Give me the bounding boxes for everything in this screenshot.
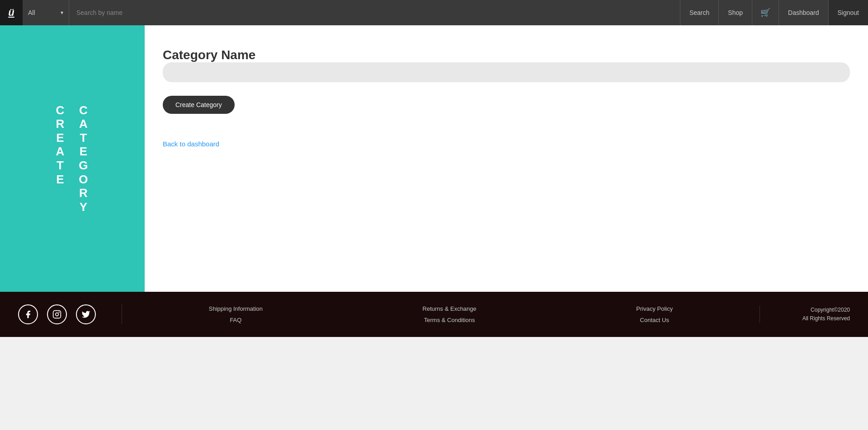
header: ü AllProductsCategoriesUsers ▾ Search Sh… [0, 0, 868, 25]
twitter-icon[interactable] [76, 304, 96, 324]
sidebar-word-category: C A T E G O R Y [79, 104, 89, 214]
sidebar-letter: R [79, 187, 89, 200]
sidebar-letter: T [80, 131, 88, 145]
back-to-dashboard-link[interactable]: Back to dashboard [163, 140, 219, 148]
sidebar-letter: C [56, 104, 65, 117]
sidebar-letter: E [56, 131, 65, 145]
category-select[interactable]: AllProductsCategoriesUsers [28, 9, 68, 16]
create-category-button[interactable]: Create Category [163, 96, 235, 114]
instagram-icon[interactable] [47, 304, 67, 324]
shop-button[interactable]: Shop [718, 0, 752, 25]
main-content: C R E A T E C A T E G O R Y [0, 25, 868, 292]
privacy-policy-link[interactable]: Privacy Policy [636, 305, 673, 312]
search-input[interactable] [69, 0, 680, 25]
sidebar-letter: E [80, 145, 88, 158]
footer-links: Shipping Information FAQ Returns & Excha… [131, 305, 750, 323]
svg-rect-0 [53, 311, 61, 318]
logo: ü [0, 0, 23, 25]
sidebar-letter: Y [80, 201, 88, 214]
footer-col-2: Returns & Exchange Terms & Conditions [423, 305, 476, 323]
copyright-line1: Copyright©2020 [774, 306, 850, 314]
sidebar-letter: O [79, 173, 89, 186]
footer-col-3: Privacy Policy Contact Us [636, 305, 673, 323]
cart-button[interactable]: 🛒 [752, 0, 778, 25]
sidebar-letter: A [56, 145, 65, 158]
facebook-icon[interactable] [18, 304, 38, 324]
svg-point-1 [56, 313, 59, 316]
sidebar-letter: E [56, 173, 65, 186]
footer: Shipping Information FAQ Returns & Excha… [0, 292, 868, 337]
sidebar-letter: G [79, 159, 89, 172]
page-wrapper: ü AllProductsCategoriesUsers ▾ Search Sh… [0, 0, 868, 430]
dashboard-button[interactable]: Dashboard [778, 0, 828, 25]
sidebar-decoration: C R E A T E C A T E G O R Y [56, 104, 89, 214]
faq-link[interactable]: FAQ [230, 317, 241, 323]
sidebar: C R E A T E C A T E G O R Y [0, 25, 145, 292]
search-filter-wrapper: AllProductsCategoriesUsers ▾ [23, 0, 69, 25]
sidebar-letter: T [57, 159, 65, 172]
footer-col-1: Shipping Information FAQ [209, 305, 263, 323]
sidebar-letter: R [56, 117, 65, 131]
terms-conditions-link[interactable]: Terms & Conditions [424, 317, 475, 323]
cart-icon: 🛒 [760, 8, 770, 17]
sidebar-word-create: C R E A T E [56, 104, 65, 186]
search-button[interactable]: Search [680, 0, 718, 25]
contact-us-link[interactable]: Contact Us [640, 317, 669, 323]
svg-point-2 [59, 312, 59, 313]
form-area: Category Name Create Category Back to da… [145, 25, 868, 292]
shipping-info-link[interactable]: Shipping Information [209, 305, 263, 312]
footer-copyright: Copyright©2020 All Rights Reserved [760, 306, 850, 323]
category-name-label: Category Name [163, 48, 255, 62]
logo-text: ü [8, 7, 14, 19]
returns-exchange-link[interactable]: Returns & Exchange [423, 305, 476, 312]
signout-button[interactable]: Signout [828, 0, 868, 25]
category-name-input[interactable] [163, 62, 850, 82]
sidebar-letter: C [79, 104, 89, 117]
sidebar-letter: A [79, 117, 89, 131]
footer-social [18, 304, 122, 324]
copyright-line2: All Rights Reserved [774, 314, 850, 323]
